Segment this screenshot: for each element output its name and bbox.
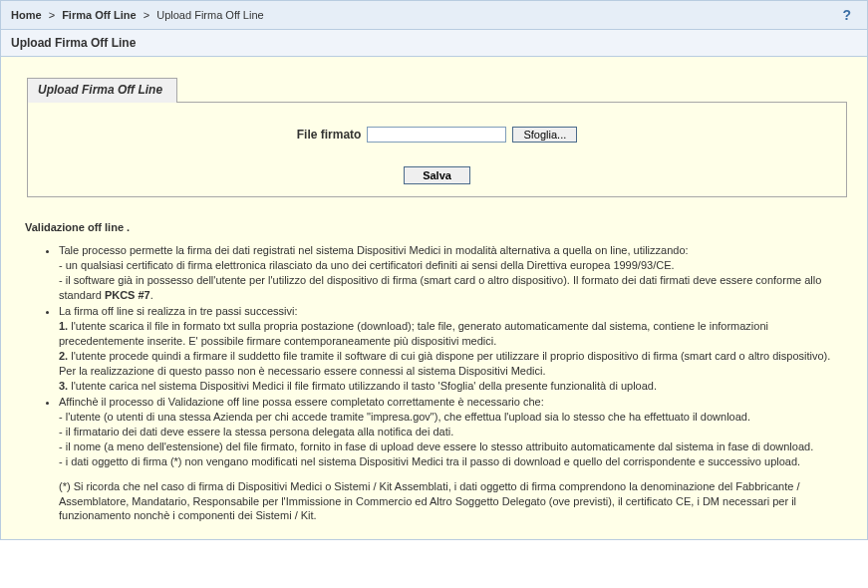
list-item: La firma off line si realizza in tre pas… <box>59 304 843 393</box>
text: 2. l'utente procede quindi a firmare il … <box>59 349 843 379</box>
help-icon[interactable]: ? <box>842 7 857 23</box>
text: - il nome (a meno dell'estensione) del f… <box>59 440 843 454</box>
file-label: File firmato <box>297 128 362 142</box>
file-field-row: File firmato Sfoglia... <box>38 127 836 143</box>
content-area: Upload Firma Off Line File firmato Sfogl… <box>1 57 867 539</box>
breadcrumb-home-link[interactable]: Home <box>11 9 42 21</box>
tab-upload[interactable]: Upload Firma Off Line <box>27 78 177 103</box>
footnote-text: (*) Si ricorda che nel caso di firma di … <box>59 479 843 524</box>
text: Tale processo permette la firma dei dati… <box>59 244 689 256</box>
text: La firma off line si realizza in tre pas… <box>59 305 297 317</box>
section-heading: Validazione off line . <box>25 221 843 233</box>
text: - il firmatario dei dati deve essere la … <box>59 425 843 440</box>
breadcrumb: Home > Firma Off Line > Upload Firma Off… <box>1 1 867 30</box>
text: 3. l'utente carica nel sistema Dispositi… <box>59 379 843 394</box>
text: - l'utente (o utenti di una stessa Azien… <box>59 410 843 425</box>
save-button[interactable]: Salva <box>404 166 470 184</box>
text: Affinchè il processo di Validazione off … <box>59 396 544 408</box>
info-list: Tale processo permette la firma dei dati… <box>25 243 843 523</box>
text: - il software già in possesso dell'utent… <box>59 273 843 303</box>
breadcrumb-path: Home > Firma Off Line > Upload Firma Off… <box>11 9 264 21</box>
tab-container: Upload Firma Off Line File firmato Sfogl… <box>27 77 847 197</box>
breadcrumb-sep: > <box>144 9 149 21</box>
list-item: Tale processo permette la firma dei dati… <box>59 243 843 302</box>
list-item: Affinchè il processo di Validazione off … <box>59 395 843 523</box>
file-input[interactable] <box>367 127 506 143</box>
text: - i dati oggetto di firma (*) non vengan… <box>59 454 843 469</box>
text: - un qualsiasi certificato di firma elet… <box>59 258 843 273</box>
page-title: Upload Firma Off Line <box>1 30 867 57</box>
text: 1. l'utente scarica il file in formato t… <box>59 319 843 349</box>
upload-panel: File firmato Sfoglia... Salva <box>27 102 847 197</box>
breadcrumb-sep: > <box>49 9 55 21</box>
breadcrumb-current: Upload Firma Off Line <box>156 9 263 21</box>
breadcrumb-mid-link[interactable]: Firma Off Line <box>62 9 137 21</box>
browse-button[interactable]: Sfoglia... <box>512 127 577 143</box>
